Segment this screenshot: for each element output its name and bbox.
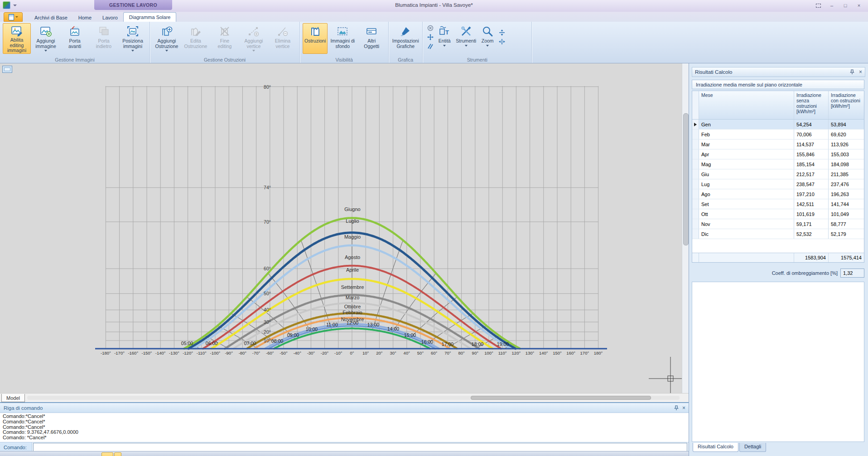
altri-oggetti-button[interactable]: Altri Oggetti	[357, 23, 386, 54]
horizontal-distribute-icon[interactable]	[498, 38, 506, 46]
image-edit-icon	[11, 25, 23, 37]
button-label: Aggiungi vertice	[241, 38, 266, 49]
horizontal-scrollbar-thumb[interactable]	[471, 396, 651, 400]
move-icon[interactable]	[426, 34, 434, 41]
hatch-pen-icon[interactable]	[426, 43, 434, 50]
impostazioni-grafiche-button[interactable]: Impostazioni Grafiche	[391, 23, 420, 54]
quick-access-dropdown-icon[interactable]	[13, 5, 17, 6]
tab-lavoro[interactable]: Lavoro	[97, 13, 123, 22]
immagini-di-sfondo-button[interactable]: Immagini di sfondo	[328, 23, 357, 54]
button-label: Aggiungi Ostruzione	[154, 38, 179, 49]
svg-text:0°: 0°	[350, 350, 354, 355]
image-add-icon	[40, 25, 52, 38]
table-row[interactable]: Nov59,17158,777	[692, 219, 864, 229]
results-table: Mese Irradiazione senza ostruzioni [kWh/…	[692, 91, 864, 263]
cell-mese: Lug	[699, 179, 794, 189]
total-con: 1575,414	[829, 253, 864, 262]
aggiungi-vertice-button: Aggiungi vertice	[240, 23, 268, 54]
drawing-canvas[interactable]: -180°-170°-160°-150°-140°-130°-120°-110°…	[0, 63, 682, 393]
entita-button[interactable]: T Entità	[436, 23, 453, 54]
canvas-horizontal-scrollbar[interactable]	[27, 396, 680, 400]
status-toggle-button[interactable]	[114, 452, 121, 456]
model-tab[interactable]: Model	[1, 394, 25, 402]
table-row[interactable]: Gen54,25453,894	[692, 120, 864, 130]
table-row[interactable]: Feb70,00669,620	[692, 130, 864, 139]
cell-con: 69,620	[829, 130, 864, 139]
svg-text:17:00: 17:00	[442, 341, 453, 347]
results-table-header: Mese Irradiazione senza ostruzioni [kWh/…	[692, 91, 864, 120]
command-log-line: Comando: 9.3762,47.6676,0.0000	[3, 430, 686, 435]
group-strumenti: T Entità Strumenti Zoom	[423, 22, 532, 63]
header-marker-cell	[692, 91, 699, 119]
posiziona-immagini-button[interactable]: Posiziona immagini	[119, 23, 147, 54]
button-label: Porta indietro	[92, 38, 116, 49]
table-row[interactable]: Mag185,154184,098	[692, 159, 864, 169]
button-label: Fine editing	[212, 38, 237, 49]
ribbon-tab-row: Archivi di Base Home Lavoro Diagramma So…	[0, 12, 868, 22]
cell-senza: 59,171	[794, 219, 829, 229]
svg-text:Settembre: Settembre	[341, 284, 364, 290]
porta-avanti-button[interactable]: Porta avanti	[61, 23, 89, 54]
minimize-button[interactable]: –	[826, 1, 837, 10]
svg-text:10°: 10°	[264, 338, 271, 343]
svg-text:Agosto: Agosto	[345, 254, 360, 260]
vertical-distribute-icon[interactable]	[498, 29, 506, 37]
abilita-editing-immagini-button[interactable]: Abilita editing immagini	[3, 23, 31, 54]
pin-icon[interactable]	[674, 405, 679, 411]
chevron-down-icon	[486, 45, 489, 47]
table-row[interactable]: Ott101,619101,049	[692, 209, 864, 219]
tab-diagramma-solare[interactable]: Diagramma Solare	[123, 12, 177, 22]
layout-icon[interactable]	[2, 66, 12, 73]
zoom-button[interactable]: Zoom	[479, 23, 496, 54]
row-marker-cell	[692, 149, 699, 159]
ostruzioni-toggle-button[interactable]: Ostruzioni	[303, 23, 328, 54]
tab-risultati-calcolo[interactable]: Risultati Calcolo	[693, 443, 738, 452]
table-row[interactable]: Apr155,846155,003	[692, 149, 864, 159]
chevron-down-icon	[165, 50, 168, 52]
application-menu-button[interactable]	[4, 12, 23, 22]
pin-icon[interactable]	[850, 69, 854, 75]
row-marker-cell	[692, 219, 699, 229]
svg-text:40°: 40°	[264, 307, 271, 312]
fullscreen-icon[interactable]	[813, 1, 824, 10]
table-row[interactable]: Ago197,210196,263	[692, 189, 864, 199]
tab-home[interactable]: Home	[73, 13, 97, 22]
svg-text:12:00: 12:00	[347, 320, 358, 326]
status-toggle-button[interactable]	[101, 452, 113, 456]
command-input[interactable]	[33, 443, 687, 451]
table-row[interactable]: Giu212,517211,385	[692, 169, 864, 179]
vertical-scrollbar-thumb[interactable]	[683, 113, 689, 245]
column-header-mese[interactable]: Mese	[699, 91, 794, 119]
canvas-vertical-scrollbar[interactable]	[682, 63, 689, 393]
command-log-line: Comando: *Cancel*	[3, 435, 686, 441]
command-log[interactable]: Comando:*Cancel*Comando:*Cancel*Comando:…	[0, 413, 689, 442]
close-button[interactable]: ×	[854, 1, 864, 10]
chevron-down-icon	[252, 50, 255, 52]
cancel-entity-icon[interactable]	[426, 24, 434, 32]
group-label: Grafica	[389, 57, 422, 62]
table-row[interactable]: Lug238,547237,476	[692, 179, 864, 189]
table-row[interactable]: Set142,511141,744	[692, 199, 864, 209]
svg-text:-70°: -70°	[252, 350, 260, 355]
column-header-con[interactable]: Irradiazione con ostruzioni [kWh/m²]	[829, 91, 864, 119]
strumenti-button[interactable]: Strumenti	[454, 23, 478, 54]
row-marker-cell	[692, 179, 699, 189]
column-header-senza[interactable]: Irradiazione senza ostruzioni [kWh/m²]	[794, 91, 829, 119]
results-panel-title: Risultati Calcolo	[695, 69, 732, 75]
aggiungi-immagine-button[interactable]: Aggiungi immagine	[32, 23, 60, 54]
close-icon[interactable]: ×	[859, 69, 862, 75]
table-row[interactable]: Mar114,537113,926	[692, 139, 864, 149]
command-log-line: Comando:*Cancel*	[3, 414, 686, 419]
cell-senza: 54,254	[794, 120, 829, 129]
close-icon[interactable]: ×	[682, 405, 685, 411]
tab-archivi-di-base[interactable]: Archivi di Base	[29, 13, 73, 22]
chevron-down-icon	[131, 50, 134, 52]
svg-text:40°: 40°	[404, 350, 410, 355]
restore-button[interactable]: □	[840, 1, 851, 10]
button-label: Entità	[439, 38, 451, 44]
tab-dettagli[interactable]: Dettagli	[739, 443, 766, 452]
table-row[interactable]: Dic52,53252,179	[692, 229, 864, 239]
command-panel-header[interactable]: Riga di comando ×	[0, 403, 689, 413]
aggiungi-ostruzione-button[interactable]: Aggiungi Ostruzione	[153, 23, 181, 54]
svg-text:10:00: 10:00	[306, 326, 318, 332]
